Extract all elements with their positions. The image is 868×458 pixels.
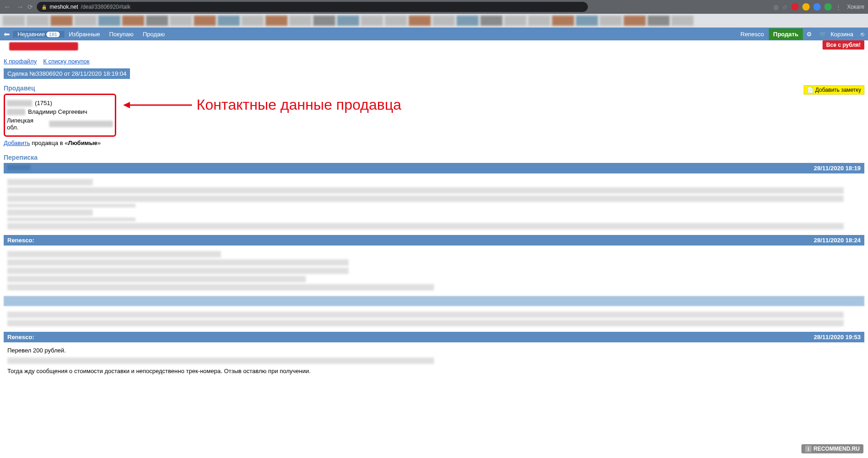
star-icon[interactable]: ☆ xyxy=(782,4,788,11)
seller-section: 📄 Добавить заметку Продавец (1751) Влади… xyxy=(4,83,864,146)
chat-title: Переписка xyxy=(4,152,864,163)
nav-recent-count: 181 xyxy=(46,32,59,37)
url-path: /deal/33806920#talk xyxy=(81,4,130,10)
forward-icon[interactable]: → xyxy=(17,3,24,11)
chrome-extensions: ◎ ☆ ⋮ Хокаге xyxy=(773,3,864,11)
logout-icon[interactable]: ⎋ xyxy=(857,31,868,38)
blurred-username xyxy=(7,100,32,106)
link-purchases[interactable]: К списку покупок xyxy=(43,58,90,65)
site-nav: ⬅ Недавние 181 Избранные Покупаю Продаю … xyxy=(0,28,868,40)
links-row: К профайлу К списку покупок xyxy=(4,54,864,68)
msg-time-1: 28/11/2020 18:19 xyxy=(814,165,861,172)
menu-icon[interactable]: ⋮ xyxy=(835,4,841,11)
msg-body-3: Перевел 200 рублей. Тогда жду сообщения … xyxy=(4,342,864,379)
nav-selling[interactable]: Продаю xyxy=(138,31,169,38)
add-favorite: Добавить продавца в «Любимые» xyxy=(4,140,864,146)
nav-cart-label[interactable]: Корзина xyxy=(830,31,857,38)
msg-author-3: Renesco: xyxy=(7,334,34,341)
annotation: Контактные данные продавца xyxy=(123,96,401,113)
seller-region: Липецкая обл. xyxy=(7,117,46,131)
browser-user: Хокаге xyxy=(847,4,864,10)
red-badge[interactable]: Все с рубля! xyxy=(823,40,864,50)
nav-favorites[interactable]: Избранные xyxy=(64,31,105,38)
nav-arrows: ← → xyxy=(4,3,24,11)
lock-icon: 🔒 xyxy=(41,5,47,10)
target-icon[interactable]: ◎ xyxy=(773,4,778,11)
ext-icon-4[interactable] xyxy=(824,3,832,11)
msg-header-2: Renesco: 28/11/2020 18:24 xyxy=(4,235,864,246)
blurred-field xyxy=(7,109,25,115)
browser-tabs xyxy=(0,14,868,28)
blurred-author xyxy=(7,165,30,170)
msg-text-3-2: Тогда жду сообщения о стоимости доставки… xyxy=(7,367,861,375)
reload-icon[interactable]: ⟳ xyxy=(28,3,33,11)
ext-icon-3[interactable] xyxy=(813,3,821,11)
seller-rating: (1751) xyxy=(35,100,52,106)
msg-text-3-1: Перевел 200 рублей. xyxy=(7,346,861,355)
blue-divider xyxy=(4,296,864,306)
arrow-icon xyxy=(123,98,197,112)
msg-time-3: 28/11/2020 19:53 xyxy=(814,334,861,341)
nav-sell-button[interactable]: Продать xyxy=(769,28,803,40)
abp-icon[interactable] xyxy=(791,3,799,11)
blurred-address xyxy=(49,121,113,127)
msg-time-2: 28/11/2020 18:24 xyxy=(814,237,861,244)
msg-body-2b xyxy=(4,306,864,332)
msg-author-2: Renesco: xyxy=(7,237,34,244)
seller-title: Продавец xyxy=(4,83,864,94)
seller-box: (1751) Владимир Сергеевич Липецкая обл. xyxy=(4,94,116,137)
browser-chrome: ← → ⟳ 🔒 meshok.net/deal/33806920#talk ◎ … xyxy=(0,0,868,14)
link-profile[interactable]: К профайлу xyxy=(4,58,37,65)
ext-icon-2[interactable] xyxy=(802,3,810,11)
cart-icon[interactable]: 🛒 xyxy=(816,31,830,38)
add-favorite-link[interactable]: Добавить xyxy=(4,140,30,146)
url-bar[interactable]: 🔒 meshok.net/deal/33806920#talk xyxy=(37,2,588,12)
msg-body-1 xyxy=(4,173,864,235)
svg-marker-1 xyxy=(123,102,130,108)
nav-back-icon[interactable]: ⬅ xyxy=(0,30,13,39)
msg-body-2 xyxy=(4,246,864,296)
seller-name: Владимир Сергеевич xyxy=(28,108,87,115)
nav-recent[interactable]: Недавние 181 xyxy=(13,31,64,38)
gear-icon[interactable]: ⚙ xyxy=(803,31,816,38)
content: К профайлу К списку покупок Сделка №3380… xyxy=(0,50,868,383)
msg-header-1: 28/11/2020 18:19 xyxy=(4,163,864,173)
deal-header: Сделка №33806920 от 28/11/2020 18:19:04 xyxy=(4,68,130,79)
back-icon[interactable]: ← xyxy=(4,3,11,11)
red-button-blurred xyxy=(9,42,78,50)
msg-header-3: Renesco: 28/11/2020 19:53 xyxy=(4,332,864,342)
add-note-button[interactable]: 📄 Добавить заметку xyxy=(804,85,864,95)
url-domain: meshok.net xyxy=(50,4,78,10)
nav-username[interactable]: Renesco xyxy=(736,31,768,38)
nav-buying[interactable]: Покупаю xyxy=(105,31,138,38)
